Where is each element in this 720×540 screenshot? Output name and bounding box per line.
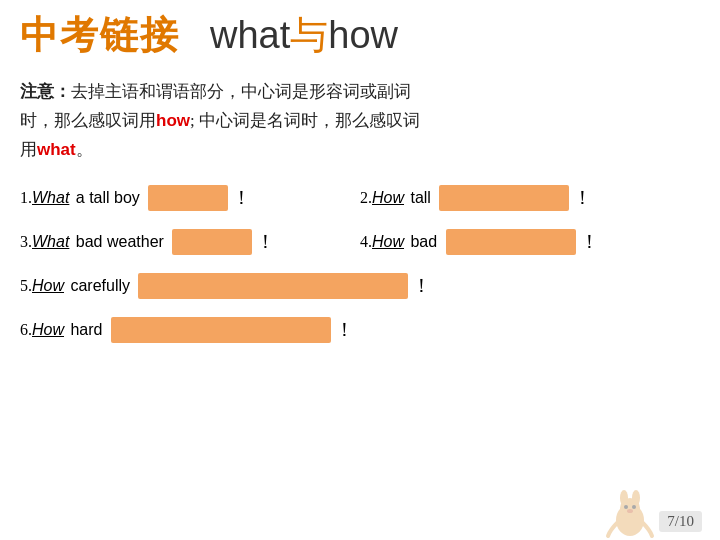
ex6-num: 6. — [20, 321, 32, 339]
ex6-text: hard — [66, 321, 107, 339]
svg-point-3 — [632, 490, 640, 506]
svg-point-5 — [632, 505, 636, 509]
exercise-row-5: 5. How carefully ！ — [20, 273, 700, 299]
exercise-3: 3. What bad weather ！ — [20, 229, 360, 255]
ex2-exclaim: ！ — [573, 185, 592, 211]
svg-point-4 — [624, 505, 628, 509]
ex2-num: 2. — [360, 189, 372, 207]
ex4-text: bad — [406, 233, 442, 251]
ex2-answer: How — [372, 189, 404, 207]
svg-point-2 — [620, 490, 628, 506]
ex4-exclaim: ！ — [580, 229, 599, 255]
ex6-box — [111, 317, 331, 343]
decoration-animal — [600, 480, 660, 540]
exercise-1: 1. What a tall boy ！ — [20, 185, 360, 211]
note-line2: 时，那么感叹词用how; 中心词是名词时，那么感叹词 — [20, 111, 420, 130]
ex1-box — [148, 185, 228, 211]
ex3-text: bad weather — [71, 233, 168, 251]
title-how: how — [328, 14, 398, 56]
ex5-text: carefully — [66, 277, 134, 295]
header: 中考链接 what与how — [0, 0, 720, 66]
ex1-exclaim: ！ — [232, 185, 251, 211]
exercise-row-12: 1. What a tall boy ！ 2. How tall ！ — [20, 185, 700, 211]
ex4-num: 4. — [360, 233, 372, 251]
note-what: what — [37, 140, 76, 159]
ex3-box — [172, 229, 252, 255]
ex3-num: 3. — [20, 233, 32, 251]
exercise-row-6: 6. How hard ！ — [20, 317, 700, 343]
title-what: what — [210, 14, 290, 56]
page-number: 7/10 — [659, 511, 702, 532]
title-chinese: 中考链接 — [20, 10, 180, 61]
exercise-2: 2. How tall ！ — [360, 185, 700, 211]
exercises: 1. What a tall boy ！ 2. How tall ！ 3. Wh… — [0, 175, 720, 343]
ex1-num: 1. — [20, 189, 32, 207]
ex1-answer: What — [32, 189, 69, 207]
note-section: 注意：去掉主语和谓语部分，中心词是形容词或副词 时，那么感叹词用how; 中心词… — [0, 66, 720, 175]
note-line3: 用what。 — [20, 140, 93, 159]
ex5-num: 5. — [20, 277, 32, 295]
exercise-6: 6. How hard ！ — [20, 317, 354, 343]
exercise-4: 4. How bad ！ — [360, 229, 700, 255]
title-english: what与how — [210, 10, 398, 61]
ex2-text: tall — [406, 189, 435, 207]
exercise-row-34: 3. What bad weather ！ 4. How bad ！ — [20, 229, 700, 255]
ex6-answer: How — [32, 321, 64, 339]
ex6-exclaim: ！ — [335, 317, 354, 343]
ex3-answer: What — [32, 233, 69, 251]
note-how: how — [156, 111, 190, 130]
note-line1: 去掉主语和谓语部分，中心词是形容词或副词 — [71, 82, 411, 101]
exercise-5: 5. How carefully ！ — [20, 273, 431, 299]
ex5-box — [138, 273, 408, 299]
ex4-box — [446, 229, 576, 255]
note-label: 注意： — [20, 82, 71, 101]
ex2-box — [439, 185, 569, 211]
ex5-exclaim: ！ — [412, 273, 431, 299]
svg-point-6 — [627, 509, 633, 513]
ex5-answer: How — [32, 277, 64, 295]
title-separator: 与 — [290, 14, 328, 56]
ex3-exclaim: ！ — [256, 229, 275, 255]
ex4-answer: How — [372, 233, 404, 251]
ex1-text: a tall boy — [71, 189, 144, 207]
